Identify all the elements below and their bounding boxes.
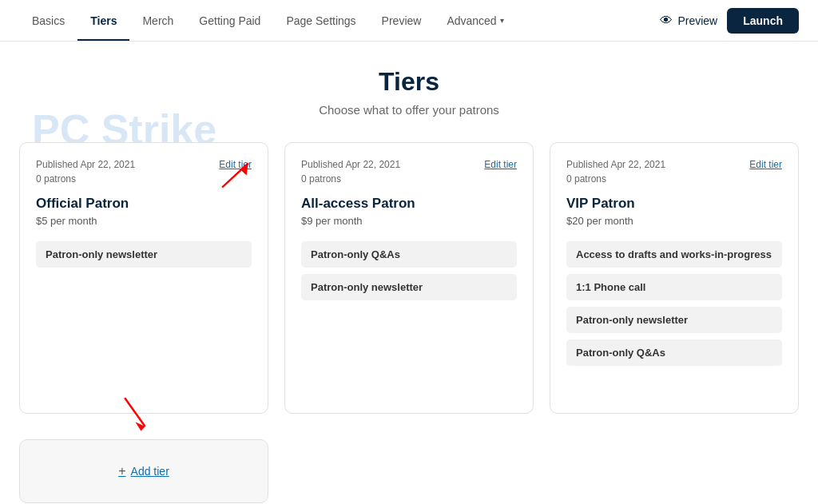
- page-subtitle: Choose what to offer your patrons: [19, 103, 799, 117]
- tier-price-vip: $20 per month: [566, 215, 782, 227]
- tiers-area: Published Apr 22, 2021 Edit tier 0 patro…: [19, 142, 799, 503]
- tiers-grid: Published Apr 22, 2021 Edit tier 0 patro…: [19, 142, 799, 414]
- page-title: Tiers: [19, 67, 799, 97]
- nav-tabs: Basics Tiers Merch Getting Paid Page Set…: [19, 2, 660, 40]
- tier-patrons-vip: 0 patrons: [566, 173, 782, 185]
- edit-tier-vip[interactable]: Edit tier: [749, 159, 782, 170]
- tier-patrons-all-access: 0 patrons: [301, 173, 517, 185]
- edit-tier-official[interactable]: Edit tier: [219, 159, 252, 170]
- add-tier-inner: + Add tier: [118, 464, 169, 478]
- add-tier-row: + Add tier: [19, 427, 799, 503]
- navigation: Basics Tiers Merch Getting Paid Page Set…: [0, 0, 818, 42]
- benefit-tag: Patron-only newsletter: [301, 274, 517, 300]
- tier-meta-all-access: Published Apr 22, 2021 Edit tier: [301, 159, 517, 170]
- tab-tiers[interactable]: Tiers: [77, 2, 129, 40]
- tier-card-official: Published Apr 22, 2021 Edit tier 0 patro…: [19, 142, 268, 414]
- chevron-down-icon: ▾: [500, 16, 504, 25]
- tier-name-vip: VIP Patron: [566, 196, 782, 212]
- benefit-tag: Access to drafts and works-in-progress: [566, 241, 782, 268]
- tier-price-official: $5 per month: [36, 215, 252, 227]
- tier-meta-official: Published Apr 22, 2021 Edit tier: [36, 159, 252, 170]
- tab-getting-paid[interactable]: Getting Paid: [186, 2, 273, 40]
- page-content: PC Strike Tiers Choose what to offer you…: [0, 42, 818, 504]
- launch-button[interactable]: Launch: [727, 8, 799, 34]
- plus-icon: +: [118, 464, 125, 478]
- tier-card-vip: Published Apr 22, 2021 Edit tier 0 patro…: [550, 142, 799, 414]
- tier-card-all-access: Published Apr 22, 2021 Edit tier 0 patro…: [284, 142, 534, 414]
- nav-actions: 👁 Preview Launch: [660, 8, 799, 34]
- edit-tier-all-access[interactable]: Edit tier: [484, 159, 517, 170]
- benefit-tag: Patron-only Q&As: [566, 339, 782, 366]
- tier-benefits-all-access: Patron-only Q&As Patron-only newsletter: [301, 241, 517, 300]
- tab-basics[interactable]: Basics: [19, 2, 77, 40]
- tier-name-official: Official Patron: [36, 196, 252, 212]
- tab-merch[interactable]: Merch: [129, 2, 186, 40]
- tier-published-official: Published Apr 22, 2021: [36, 159, 135, 170]
- add-tier-label: Add tier: [131, 465, 169, 478]
- benefit-tag: Patron-only newsletter: [566, 307, 782, 333]
- tab-advanced[interactable]: Advanced ▾: [434, 2, 516, 40]
- tier-price-all-access: $9 per month: [301, 215, 517, 227]
- tier-meta-vip: Published Apr 22, 2021 Edit tier: [566, 159, 782, 170]
- benefit-tag: 1:1 Phone call: [566, 274, 782, 300]
- tier-published-vip: Published Apr 22, 2021: [566, 159, 665, 170]
- benefit-tag: Patron-only newsletter: [36, 241, 252, 268]
- tier-published-all-access: Published Apr 22, 2021: [301, 159, 400, 170]
- eye-icon: 👁: [660, 14, 673, 28]
- add-tier-card[interactable]: + Add tier: [19, 439, 268, 503]
- tier-patrons-official: 0 patrons: [36, 173, 252, 185]
- tier-benefits-vip: Access to drafts and works-in-progress 1…: [566, 241, 782, 366]
- tab-preview-nav[interactable]: Preview: [369, 2, 435, 40]
- benefit-tag: Patron-only Q&As: [301, 241, 517, 268]
- tab-page-settings[interactable]: Page Settings: [273, 2, 368, 40]
- tier-name-all-access: All-access Patron: [301, 196, 517, 212]
- preview-link[interactable]: 👁 Preview: [660, 14, 717, 28]
- tier-benefits-official: Patron-only newsletter: [36, 241, 252, 268]
